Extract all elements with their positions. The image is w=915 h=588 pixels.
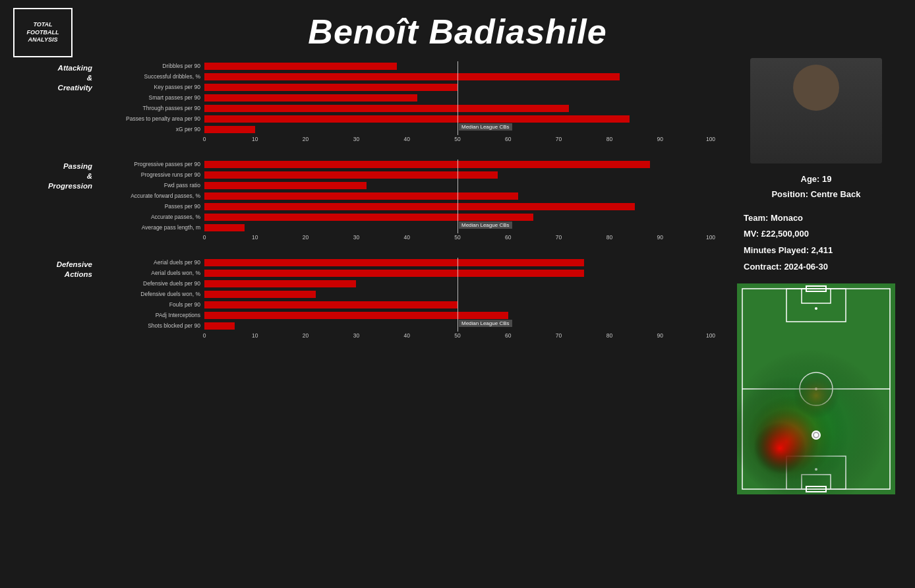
bar-track	[204, 105, 711, 112]
x-tick: 20	[303, 234, 309, 241]
bar-fill	[204, 312, 508, 319]
median-label: Median League CBs	[459, 123, 512, 131]
team-info: Team: Monaco MV: £22,500,000 Minutes Pla…	[724, 210, 908, 276]
x-tick: 100	[706, 332, 715, 339]
bar-label: xG per 90	[102, 126, 204, 132]
passing-label: Passing&Progression	[7, 160, 102, 191]
bar-track	[204, 126, 711, 133]
bar-fill	[204, 94, 417, 102]
bar-fill	[204, 224, 245, 231]
bar-label: Through passes per 90	[102, 105, 204, 111]
bar-row: Progressive passes per 90	[102, 160, 711, 169]
x-tick: 10	[252, 234, 258, 241]
x-axis-labels: 0102030405060708090100	[204, 234, 711, 243]
bar-track	[204, 73, 711, 80]
player-team: Team: Monaco	[744, 210, 908, 227]
bar-label: Passes to penalty area per 90	[102, 115, 204, 122]
bar-track	[204, 94, 711, 102]
heatmap	[737, 283, 895, 494]
bar-fill	[204, 126, 255, 133]
bar-track	[204, 312, 711, 319]
x-tick: 90	[657, 234, 663, 241]
bar-fill	[204, 73, 620, 80]
bar-fill	[204, 291, 316, 298]
bar-row: Dribbles per 90	[102, 61, 711, 71]
x-tick: 30	[353, 234, 359, 241]
bar-row: Through passes per 90	[102, 103, 711, 113]
bar-fill	[204, 280, 356, 287]
bar-row: Defensive duels per 90	[102, 279, 711, 288]
bar-label: Aerial duels per 90	[102, 259, 204, 266]
median-label: Median League CBs	[459, 221, 512, 229]
bar-row: Aerial duels won, %	[102, 268, 711, 278]
bar-label: Progressive passes per 90	[102, 161, 204, 167]
bar-label: Defensive duels won, %	[102, 291, 204, 297]
x-tick: 0	[203, 136, 206, 142]
player-silhouette	[750, 58, 882, 163]
bar-track	[204, 224, 711, 231]
bar-fill	[204, 301, 458, 309]
bar-fill	[204, 105, 569, 112]
bar-track	[204, 270, 711, 277]
x-tick: 70	[556, 136, 562, 142]
x-tick: 0	[203, 332, 206, 339]
x-tick: 90	[657, 332, 663, 339]
bar-row: Shots blocked per 90	[102, 321, 711, 330]
bar-row: xG per 90	[102, 125, 711, 134]
x-tick: 90	[657, 136, 663, 142]
player-contract: Contract: 2024-06-30	[744, 259, 908, 276]
x-tick: 70	[556, 332, 562, 339]
bar-row: Accurate passes, %	[102, 212, 711, 221]
bar-fill	[204, 270, 584, 277]
passing-section: Passing&Progression Progressive passes p…	[7, 156, 711, 249]
bar-track	[204, 192, 711, 200]
attacking-section: Attacking&Creativity Dribbles per 90Succ…	[7, 58, 711, 151]
bar-label: Successful dribbles, %	[102, 73, 204, 80]
bar-track	[204, 182, 711, 189]
x-tick: 40	[403, 234, 409, 241]
bar-track	[204, 301, 711, 309]
bar-fill	[204, 161, 650, 168]
player-mv: MV: £22,500,000	[744, 226, 908, 243]
bar-fill	[204, 322, 235, 330]
bar-fill	[204, 182, 367, 189]
bar-row: Average pass length, m	[102, 223, 711, 232]
x-tick: 50	[454, 234, 460, 241]
x-tick: 70	[556, 234, 562, 241]
attacking-chart: Dribbles per 90Successful dribbles, %Key…	[102, 61, 711, 145]
bar-row: Successful dribbles, %	[102, 72, 711, 81]
bar-label: Shots blocked per 90	[102, 322, 204, 329]
bar-label: Defensive duels per 90	[102, 280, 204, 287]
bar-label: Accurate forward passes, %	[102, 192, 204, 199]
x-tick: 40	[403, 136, 409, 142]
right-panel: Age: 19 Position: Centre Back Team: Mona…	[717, 58, 908, 588]
logo-text: TOTALFOOTBALLANALYSIS	[27, 21, 59, 44]
x-axis: 0102030405060708090100	[102, 136, 711, 145]
bar-fill	[204, 214, 533, 221]
x-axis: 0102030405060708090100	[102, 332, 711, 341]
attacking-label: Attacking&Creativity	[7, 61, 102, 93]
passing-block: Passing&Progression Progressive passes p…	[7, 160, 711, 243]
bar-track	[204, 322, 711, 330]
bar-label: Fwd pass ratio	[102, 182, 204, 189]
x-tick: 10	[252, 332, 258, 339]
logo: TOTALFOOTBALLANALYSIS	[13, 8, 73, 57]
defensive-section: DefensiveActions Aerial duels per 90Aeri…	[7, 254, 711, 347]
bar-track	[204, 280, 711, 287]
player-position: Position: Centre Back	[724, 187, 908, 202]
x-tick: 20	[303, 332, 309, 339]
x-tick: 60	[505, 332, 511, 339]
bar-track	[204, 214, 711, 221]
player-info: Age: 19 Position: Centre Back	[724, 171, 908, 202]
attacking-block: Attacking&Creativity Dribbles per 90Succ…	[7, 61, 711, 145]
bar-label: PAdj Interceptions	[102, 312, 204, 318]
player-minutes: Minutes Played: 2,411	[744, 243, 908, 259]
bar-track	[204, 259, 711, 266]
bar-label: Dribbles per 90	[102, 63, 204, 69]
bar-fill	[204, 63, 397, 70]
bar-row: PAdj Interceptions	[102, 310, 711, 320]
x-tick: 50	[454, 136, 460, 142]
x-tick: 100	[706, 136, 715, 142]
bar-track	[204, 63, 711, 70]
bar-track	[204, 115, 711, 123]
